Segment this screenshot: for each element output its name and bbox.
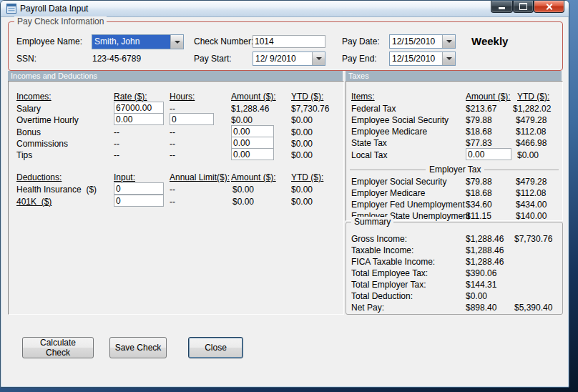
title-bar[interactable]: Payroll Data Input [1, 1, 569, 17]
close-window-button[interactable] [534, 1, 564, 13]
check-number-label: Check Number: [194, 36, 253, 46]
income-row-label: Salary [16, 104, 41, 114]
overtime-hours-input[interactable] [170, 113, 214, 125]
deductions-col-header: Deductions: [16, 172, 62, 182]
emp-medicare-ytd: $112.08 [516, 127, 547, 137]
pay-start-value: 12/ 9/2010 [253, 52, 312, 65]
summary-row-label: Total Employee Tax: [351, 268, 428, 278]
pay-end-picker[interactable]: 12/15/2010 [389, 52, 456, 66]
health-insurance-label: Health Insurance ($) [16, 185, 97, 195]
annual-limit-col-header: Annual Limit($): [170, 172, 230, 182]
401k-ytd: $0.00 [291, 197, 313, 207]
tips-rate-na: -- [114, 150, 119, 160]
app-icon [6, 4, 16, 14]
employee-name-dropdown-button[interactable] [170, 35, 183, 49]
tax-row-label: State Tax [351, 138, 387, 148]
401k-amount: $0.00 [232, 197, 254, 207]
rate-col-header: Rate ($): [114, 92, 147, 102]
pay-end-value: 12/15/2010 [390, 52, 442, 65]
calculate-check-button[interactable]: Calculate Check [22, 337, 94, 358]
bonus-hours-na: -- [170, 127, 175, 137]
salary-ytd: $7,730.76 [291, 104, 329, 114]
total-deduction-amount: $0.00 [466, 291, 487, 301]
emp-medicare-amount: $18.68 [466, 127, 492, 137]
total-employee-tax-amount: $390.06 [466, 268, 496, 278]
pay-start-dropdown-button[interactable] [312, 52, 325, 65]
er-state-unemp-ytd: $140.00 [516, 211, 547, 221]
tax-amount-col-header: Amount ($): [466, 92, 511, 102]
summary-row-label: Total Employer Tax: [351, 280, 426, 290]
er-medicare-amount: $18.68 [466, 188, 492, 198]
ded-amount-col-header: Amount ($): [231, 172, 276, 182]
fica-taxable-amount: $1,288.46 [466, 257, 504, 267]
maximize-button[interactable] [513, 1, 534, 13]
incomes-col-header: Incomes: [16, 92, 52, 102]
health-insurance-input[interactable] [114, 182, 164, 195]
employee-name-label: Employee Name: [16, 36, 82, 46]
state-tax-amount: $77.83 [466, 138, 492, 148]
tips-amount-input[interactable] [231, 148, 274, 160]
summary-row-label: FICA Taxable Income: [351, 257, 435, 267]
emp-ss-amount: $79.88 [466, 115, 492, 125]
total-employer-tax-amount: $144.31 [466, 280, 496, 290]
federal-tax-amount: $213.67 [466, 104, 496, 114]
pay-date-picker[interactable]: 12/15/2010 [389, 34, 456, 49]
commissions-ytd: $0.00 [291, 139, 313, 149]
commissions-hours-na: -- [170, 139, 175, 149]
net-pay-ytd: $5,390.40 [514, 303, 552, 313]
commissions-amount-input[interactable] [231, 137, 274, 149]
pay-date-value: 12/15/2010 [390, 35, 442, 48]
caption-buttons [491, 1, 564, 13]
tips-hours-na: -- [170, 150, 175, 160]
pay-date-dropdown-button[interactable] [442, 35, 455, 48]
payroll-window: Payroll Data Input Pay Check Information… [0, 0, 569, 388]
salary-hours-na: -- [170, 104, 175, 114]
pay-end-dropdown-button[interactable] [442, 52, 455, 65]
check-number-input[interactable] [253, 35, 325, 48]
amount-col-header: Amount ($): [231, 92, 276, 102]
income-row-label: Commissions [16, 139, 68, 149]
summary-row-label: Net Pay: [351, 303, 384, 313]
ytd-col-header: YTD ($): [291, 92, 323, 102]
er-ss-amount: $79.88 [466, 177, 492, 187]
income-row-label: Tips [16, 150, 32, 160]
employee-name-combobox[interactable]: Smith, John [92, 34, 184, 49]
gross-income-ytd: $7,730.76 [514, 234, 552, 244]
hours-col-header: Hours: [170, 92, 195, 102]
pay-start-picker[interactable]: 12/ 9/2010 [253, 52, 325, 66]
federal-tax-ytd: $1,282.02 [513, 104, 551, 114]
close-button[interactable]: Close [188, 337, 243, 358]
overtime-rate-input[interactable] [114, 113, 164, 125]
salary-rate-input[interactable] [114, 102, 164, 114]
bonus-amount-input[interactable] [231, 125, 274, 137]
tax-row-label: Employee Medicare [351, 127, 427, 137]
local-tax-input[interactable] [466, 148, 511, 160]
chevron-down-icon [175, 41, 180, 44]
401k-link[interactable]: 401K ($) [16, 197, 52, 207]
tax-items-col-header: Items: [351, 92, 375, 102]
summary-row-label: Taxable Income: [351, 245, 413, 255]
health-insurance-amount: $0.00 [232, 185, 254, 195]
employer-tax-header: Employer Tax [426, 165, 484, 175]
state-tax-ytd: $466.98 [516, 138, 547, 148]
summary-row-label: Total Deduction: [351, 291, 413, 301]
input-col-header: Input: [114, 172, 135, 182]
taxable-income-amount: $1,288.46 [466, 245, 504, 255]
er-ss-ytd: $479.28 [516, 177, 547, 187]
local-tax-ytd: $0.00 [517, 150, 539, 160]
pay-frequency-label: Weekly [471, 35, 508, 47]
er-medicare-ytd: $112.08 [516, 188, 547, 198]
health-insurance-limit-na: -- [170, 185, 175, 195]
close-icon [545, 4, 553, 10]
ssn-label: SSN: [16, 54, 36, 64]
pay-end-label: Pay End: [342, 54, 377, 64]
pay-start-label: Pay Start: [194, 54, 232, 64]
save-check-button[interactable]: Save Check [109, 337, 167, 358]
ded-ytd-col-header: YTD ($): [291, 172, 323, 182]
401k-input[interactable] [114, 195, 164, 207]
desktop: Payroll Data Input Pay Check Information… [0, 0, 578, 392]
net-pay-amount: $898.40 [466, 303, 496, 313]
minimize-button[interactable] [491, 1, 513, 13]
tips-ytd: $0.00 [291, 150, 313, 160]
tax-row-label: Employer Social Security [351, 177, 446, 187]
